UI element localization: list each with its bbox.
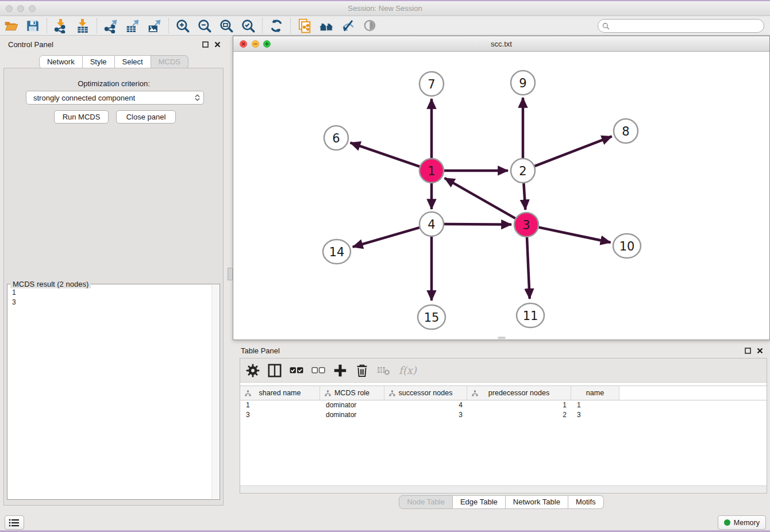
run-mcds-button[interactable]: Run MCDS: [54, 110, 109, 124]
tab-edge-table[interactable]: Edge Table: [453, 495, 506, 509]
hide-selected-button[interactable]: [337, 17, 359, 34]
graph-node-1[interactable]: 1: [419, 159, 444, 183]
table-row[interactable]: 1 dominator 4 1 1: [240, 400, 767, 410]
create-column-button[interactable]: [333, 364, 347, 377]
network-resize-handle[interactable]: [498, 337, 506, 339]
graph-node-15[interactable]: 15: [418, 305, 445, 329]
maximize-network-icon[interactable]: [263, 40, 271, 48]
network-canvas[interactable]: 7968124314101511: [233, 52, 769, 340]
table-horizontal-scrollbar[interactable]: [240, 485, 767, 493]
export-table-button[interactable]: [122, 17, 144, 34]
list-icon: [9, 518, 20, 527]
open-folder-icon: [3, 18, 18, 33]
graph-edge-3-1[interactable]: [445, 178, 515, 218]
graph-edge-4-14[interactable]: [353, 228, 419, 247]
column-header-predecessor-nodes[interactable]: predecessor nodes: [467, 386, 571, 400]
select-stepper-icon: [195, 94, 200, 101]
graph-node-6[interactable]: 6: [324, 126, 348, 150]
control-panel-tab-bar: Network Style Select MCDS: [39, 55, 188, 69]
delete-columns-button[interactable]: [355, 364, 369, 377]
column-header-mcds-role[interactable]: MCDS role: [320, 386, 384, 400]
criterion-select[interactable]: strongly connected component: [26, 91, 204, 105]
graph-node-4[interactable]: 4: [419, 212, 444, 236]
zoom-fit-button[interactable]: [215, 17, 237, 34]
column-header-name[interactable]: name: [571, 386, 619, 400]
export-network-button[interactable]: [100, 17, 122, 34]
graph-edge-2-8[interactable]: [535, 136, 612, 166]
network-window-titlebar[interactable]: scc.txt: [233, 36, 769, 52]
svg-text:1: 1: [428, 164, 435, 178]
graph-node-9[interactable]: 9: [511, 71, 535, 95]
column-header-shared-name[interactable]: shared name: [240, 386, 320, 400]
network-graph[interactable]: 7968124314101511: [233, 52, 769, 340]
refresh-button[interactable]: [265, 17, 287, 34]
select-all-rows-button[interactable]: [290, 364, 303, 377]
column-header-successor-nodes[interactable]: successor nodes: [384, 386, 467, 400]
graph-node-3[interactable]: 3: [514, 213, 538, 237]
close-icon: [757, 348, 763, 354]
save-session-button[interactable]: [22, 17, 44, 34]
tab-network[interactable]: Network: [39, 55, 83, 69]
graph-edge-3-10[interactable]: [539, 228, 611, 242]
graph-edge-3-11[interactable]: [527, 237, 530, 299]
column-type-icon: [325, 390, 331, 396]
tab-select[interactable]: Select: [115, 55, 151, 69]
tab-style[interactable]: Style: [83, 55, 115, 69]
graph-node-11[interactable]: 11: [517, 303, 544, 327]
show-all-button[interactable]: [359, 17, 381, 34]
float-control-panel-button[interactable]: [201, 40, 210, 49]
search-box[interactable]: [598, 19, 764, 33]
graph-node-7[interactable]: 7: [419, 72, 444, 96]
show-task-history-button[interactable]: [5, 515, 24, 530]
status-bar: Memory: [0, 510, 770, 532]
float-table-panel-button[interactable]: [743, 346, 752, 355]
svg-text:4: 4: [428, 218, 435, 232]
import-table-button[interactable]: [72, 17, 94, 34]
table-rows: 1 dominator 4 1 1 3 dominator 3 2 3: [240, 400, 767, 485]
zoom-selected-button[interactable]: [237, 17, 259, 34]
graph-node-8[interactable]: 8: [614, 119, 638, 143]
zoom-out-button[interactable]: [194, 17, 215, 34]
window-title: Session: New Session: [348, 4, 422, 13]
tab-motifs[interactable]: Motifs: [568, 495, 604, 509]
graph-node-14[interactable]: 14: [323, 240, 351, 264]
result-scrollbar[interactable]: [211, 285, 219, 499]
export-image-button[interactable]: [144, 17, 165, 34]
import-network-button[interactable]: [50, 17, 72, 34]
search-input[interactable]: [610, 22, 764, 30]
close-network-icon[interactable]: [240, 40, 247, 48]
close-table-panel-button[interactable]: [755, 346, 764, 355]
window-traffic-lights[interactable]: [6, 5, 36, 12]
plus-icon: [333, 364, 347, 377]
graph-edge-4-3[interactable]: [444, 224, 511, 225]
table-row[interactable]: 3 dominator 3 2 3: [240, 410, 767, 420]
svg-text:14: 14: [329, 245, 345, 259]
tab-network-table[interactable]: Network Table: [506, 495, 568, 509]
graph-edge-1-6[interactable]: [351, 142, 420, 167]
open-session-button[interactable]: [0, 17, 22, 34]
minimize-window-icon[interactable]: [17, 5, 24, 12]
graph-node-2[interactable]: 2: [511, 159, 535, 183]
tab-node-table[interactable]: Node Table: [399, 495, 453, 509]
deselect-all-rows-button[interactable]: [311, 364, 325, 377]
show-columns-button[interactable]: [268, 364, 282, 377]
first-neighbors-button[interactable]: [315, 17, 337, 34]
new-network-from-selection-button[interactable]: [294, 17, 315, 34]
close-control-panel-button[interactable]: [213, 40, 222, 49]
graph-edge-2-3[interactable]: [523, 183, 525, 210]
graph-node-10[interactable]: 10: [613, 234, 641, 258]
zoom-window-icon[interactable]: [29, 5, 36, 12]
delete-table-button[interactable]: [377, 364, 391, 377]
table-options-button[interactable]: [246, 364, 260, 377]
minimize-network-icon[interactable]: [252, 40, 259, 48]
main-toolbar: [0, 16, 770, 36]
mcds-result-text[interactable]: 1 3: [7, 287, 211, 498]
panel-splitter-handle[interactable]: [228, 268, 233, 280]
zoom-in-button[interactable]: [172, 17, 194, 34]
tab-mcds[interactable]: MCDS: [151, 55, 188, 69]
memory-button[interactable]: Memory: [718, 515, 766, 530]
svg-text:3: 3: [522, 218, 530, 232]
function-builder-button[interactable]: f(x): [399, 364, 417, 376]
close-panel-button[interactable]: Close panel: [116, 110, 176, 124]
close-window-icon[interactable]: [6, 5, 13, 12]
